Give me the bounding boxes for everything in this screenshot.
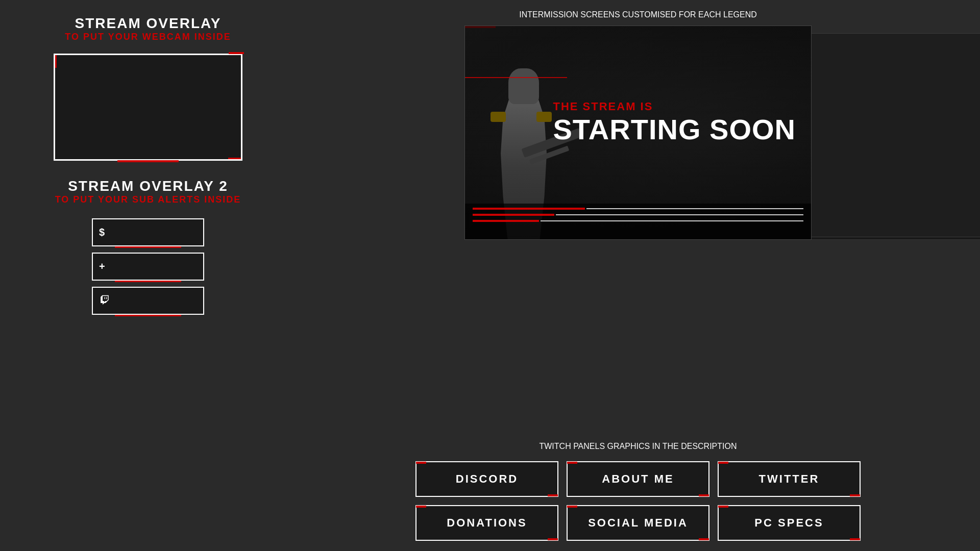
bar1-white [586, 208, 803, 209]
overlay1-title: STREAM OVERLAY TO PUT YOUR WEBCAM INSIDE [65, 15, 231, 42]
bottom-section: TWITCH PANELS GRAPHICS IN THE DESCRIPTIO… [311, 442, 965, 541]
bar1-red [473, 208, 585, 210]
intermission-main-title: INTERMISSION SCREENS [519, 10, 620, 19]
intermission-area: THE STREAM IS STARTING SOON [311, 26, 965, 260]
scan-line [465, 77, 567, 78]
overlay1-main-title: STREAM OVERLAY [65, 15, 231, 32]
progress-bars-area [465, 204, 811, 239]
intermission-sub-title: CUSTOMISED FOR EACH LEGEND [622, 10, 757, 19]
bar2-row [465, 210, 811, 216]
char-armor-r [536, 112, 552, 122]
sub-alert-box: + [92, 253, 204, 281]
overlay2-main-title: STREAM OVERLAY 2 [55, 178, 241, 194]
bar3-row [465, 216, 811, 222]
main-container: STREAM OVERLAY TO PUT YOUR WEBCAM INSIDE… [0, 0, 980, 551]
twitch-icon [99, 294, 110, 308]
bar2-red [473, 214, 554, 216]
overlay1-sub-title: TO PUT YOUR WEBCAM INSIDE [65, 32, 231, 42]
twitter-button[interactable]: TWITTER [718, 461, 861, 497]
overlay2-section: STREAM OVERLAY 2 TO PUT YOUR SUB ALERTS … [20, 178, 276, 315]
bar2-white [556, 214, 803, 215]
overlay2-title: STREAM OVERLAY 2 TO PUT YOUR SUB ALERTS … [55, 178, 241, 205]
left-panel: STREAM OVERLAY TO PUT YOUR WEBCAM INSIDE… [0, 0, 296, 551]
right-panel: INTERMISSION SCREENS CUSTOMISED FOR EACH… [296, 0, 980, 551]
bar3-white [541, 220, 803, 221]
char-armor-l [491, 112, 506, 122]
about-me-button[interactable]: ABOUT ME [567, 461, 709, 497]
bottom-band [465, 204, 811, 239]
intermission-title: INTERMISSION SCREENS CUSTOMISED FOR EACH… [311, 10, 965, 19]
donations-button[interactable]: DONATIONS [415, 505, 558, 541]
webcam-corner-br [228, 158, 241, 159]
overlay2-sub-title: TO PUT YOUR SUB ALERTS INSIDE [55, 194, 241, 205]
donation-alert-box: $ [92, 218, 204, 246]
starting-main: STARTING SOON [553, 115, 796, 144]
bar1-row [465, 204, 811, 210]
webcam-box [54, 54, 242, 161]
char-head [508, 68, 539, 104]
bar3-red [473, 220, 539, 222]
webcam-corner-tl [55, 55, 57, 68]
panels-grid: DISCORD ABOUT ME TWITTER DONATIONS SOCIA… [415, 461, 861, 541]
starting-label: THE STREAM IS [553, 100, 796, 113]
screen-text: THE STREAM IS STARTING SOON [553, 100, 796, 144]
discord-button[interactable]: DISCORD [415, 461, 558, 497]
social-media-button[interactable]: SOCIAL MEDIA [567, 505, 709, 541]
twitch-panels-sub: GRAPHICS IN THE DESCRIPTION [607, 442, 737, 450]
pc-specs-button[interactable]: PC SPECS [718, 505, 861, 541]
sub-icon: + [99, 261, 105, 272]
donation-icon: $ [99, 227, 105, 238]
twitch-panels-title: TWITCH PANELS GRAPHICS IN THE DESCRIPTIO… [539, 442, 737, 451]
alert-boxes: $ + [92, 218, 204, 315]
twitch-alert-box [92, 287, 204, 315]
twitch-panels-main: TWITCH PANELS [539, 442, 605, 450]
intermission-main-screen: THE STREAM IS STARTING SOON [464, 26, 812, 240]
